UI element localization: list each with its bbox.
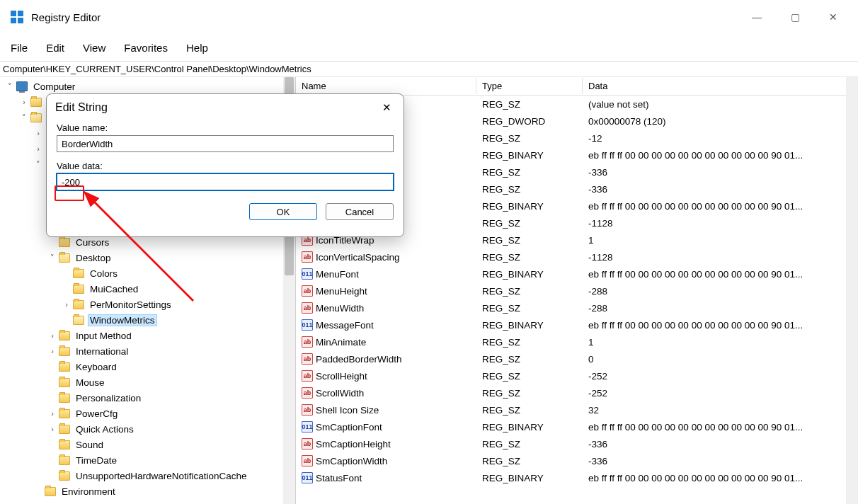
table-row[interactable]: abShell Icon SizeREG_SZ32 xyxy=(296,401,858,418)
tree-label: WindowMetrics xyxy=(88,314,157,326)
column-data[interactable]: Data xyxy=(583,78,858,94)
folder-icon xyxy=(58,377,71,388)
ok-button[interactable]: OK xyxy=(249,203,317,220)
chevron-right-icon[interactable]: › xyxy=(18,98,30,106)
tree-label: International xyxy=(74,346,130,357)
value-name-input[interactable] xyxy=(57,135,394,152)
tree-node-environment[interactable]: Environment xyxy=(0,483,295,499)
table-row[interactable]: abMenuHeightREG_SZ-288 xyxy=(296,282,858,299)
table-row[interactable]: abSmCaptionWidthREG_SZ-336 xyxy=(296,452,858,469)
menu-file[interactable]: File xyxy=(1,38,37,58)
dialog-close-button[interactable]: ✕ xyxy=(378,99,395,116)
value-type: REG_SZ xyxy=(476,405,583,416)
maximize-button[interactable]: ▢ xyxy=(776,4,814,30)
table-row[interactable]: abMenuWidthREG_SZ-288 xyxy=(296,299,858,316)
chevron-down-icon[interactable]: ˅ xyxy=(4,82,16,91)
minimize-button[interactable]: — xyxy=(738,4,776,30)
tree-node-computer[interactable]: ˅ Computer xyxy=(0,79,295,94)
tree-node-windowmetrics[interactable]: WindowMetrics xyxy=(0,312,295,328)
folder-icon xyxy=(58,439,71,450)
value-type: REG_SZ xyxy=(476,303,583,314)
table-row[interactable]: abScrollHeightREG_SZ-252 xyxy=(296,367,858,384)
folder-icon xyxy=(58,345,71,357)
menu-favorites[interactable]: Favorites xyxy=(115,38,177,58)
table-row[interactable]: 011MessageFontREG_BINARYeb ff ff ff 00 0… xyxy=(296,316,858,333)
table-row[interactable]: 011StatusFontREG_BINARYeb ff ff ff 00 00… xyxy=(296,469,858,486)
value-name: MenuFont xyxy=(316,269,359,280)
chevron-right-icon[interactable]: › xyxy=(47,425,58,433)
folder-icon xyxy=(72,283,85,294)
tree-label: Cursors xyxy=(74,237,111,248)
table-row[interactable]: abIconVerticalSpacingREG_SZ-1128 xyxy=(296,248,858,265)
folder-icon xyxy=(58,330,71,341)
tree-label: Colors xyxy=(88,268,120,279)
value-data: -252 xyxy=(583,371,858,382)
value-name: MenuWidth xyxy=(316,303,364,314)
table-row[interactable]: abMinAnimateREG_SZ1 xyxy=(296,333,858,350)
menu-help[interactable]: Help xyxy=(177,38,217,58)
value-data: -336 xyxy=(583,439,858,449)
chevron-down-icon[interactable]: ˅ xyxy=(18,113,30,122)
value-name: SmCaptionHeight xyxy=(316,439,391,449)
address-bar[interactable]: Computer\HKEY_CURRENT_USER\Control Panel… xyxy=(0,62,858,77)
svg-rect-0 xyxy=(11,11,16,16)
dialog-titlebar: Edit String ✕ xyxy=(47,94,404,118)
computer-icon xyxy=(16,81,28,92)
tree-node-desktop[interactable]: ˅Desktop xyxy=(0,250,295,265)
menu-view[interactable]: View xyxy=(74,38,115,58)
tree-node-mouse[interactable]: Mouse xyxy=(0,374,295,390)
tree-node-keyboard[interactable]: Keyboard xyxy=(0,359,295,374)
chevron-down-icon[interactable]: ˅ xyxy=(47,253,58,263)
value-type: REG_BINARY xyxy=(476,150,583,161)
tree-node-muicached[interactable]: MuiCached xyxy=(0,281,295,297)
tree-node-quickactions[interactable]: ›Quick Actions xyxy=(0,421,295,437)
value-type: REG_DWORD xyxy=(476,116,583,127)
tree-node-international[interactable]: ›International xyxy=(0,343,295,359)
value-data-input[interactable] xyxy=(57,173,394,190)
table-row[interactable]: abScrollWidthREG_SZ-252 xyxy=(296,384,858,401)
folder-icon xyxy=(58,236,71,248)
value-name: IconVerticalSpacing xyxy=(316,252,400,263)
table-row[interactable]: abPaddedBorderWidthREG_SZ0 xyxy=(296,350,858,367)
tree-node-powercfg[interactable]: ›PowerCfg xyxy=(0,406,295,421)
value-data: 0 xyxy=(583,354,858,365)
tree-node-personalization[interactable]: Personalization xyxy=(0,390,295,406)
tree-label: Sound xyxy=(74,440,105,450)
tree-label: Personalization xyxy=(74,393,143,403)
menu-edit[interactable]: Edit xyxy=(37,38,74,58)
tree-node-permonitor[interactable]: ›PerMonitorSettings xyxy=(0,297,295,312)
value-data: -288 xyxy=(583,303,858,314)
value-type: REG_BINARY xyxy=(476,473,583,483)
chevron-right-icon[interactable]: › xyxy=(47,409,58,418)
column-name[interactable]: Name xyxy=(296,78,476,94)
tree-label: Desktop xyxy=(74,253,113,263)
tree-node-sound[interactable]: Sound xyxy=(0,437,295,452)
dialog-title: Edit String xyxy=(55,101,108,114)
tree-label: Environment xyxy=(59,486,118,497)
chevron-right-icon[interactable]: › xyxy=(61,300,72,309)
chevron-right-icon[interactable]: › xyxy=(33,129,44,137)
column-type[interactable]: Type xyxy=(476,78,583,94)
binary-value-icon: 011 xyxy=(302,268,313,280)
folder-icon xyxy=(44,486,57,497)
tree-node-inputmethod[interactable]: ›Input Method xyxy=(0,328,295,343)
folder-icon xyxy=(30,96,42,108)
chevron-right-icon[interactable]: › xyxy=(47,347,58,355)
table-row[interactable]: 011MenuFontREG_BINARYeb ff ff ff 00 00 0… xyxy=(296,265,858,282)
tree-node-colors[interactable]: Colors xyxy=(0,265,295,281)
svg-rect-1 xyxy=(18,11,23,16)
chevron-down-icon[interactable]: ˅ xyxy=(33,160,44,169)
tree-label: UnsupportedHardwareNotificationCache xyxy=(74,471,249,481)
chevron-right-icon[interactable]: › xyxy=(47,331,58,340)
tree-node-timedate[interactable]: TimeDate xyxy=(0,452,295,468)
list-scrollbar[interactable] xyxy=(846,77,858,504)
value-type: REG_SZ xyxy=(476,184,583,195)
close-button[interactable]: ✕ xyxy=(814,4,852,30)
menubar: File Edit View Favorites Help xyxy=(0,34,858,61)
value-type: REG_BINARY xyxy=(476,269,583,280)
table-row[interactable]: abSmCaptionHeightREG_SZ-336 xyxy=(296,435,858,452)
tree-node-unsupported[interactable]: UnsupportedHardwareNotificationCache xyxy=(0,468,295,483)
table-row[interactable]: 011SmCaptionFontREG_BINARYeb ff ff ff 00… xyxy=(296,418,858,435)
chevron-right-icon[interactable]: › xyxy=(33,144,44,153)
cancel-button[interactable]: Cancel xyxy=(326,203,394,220)
